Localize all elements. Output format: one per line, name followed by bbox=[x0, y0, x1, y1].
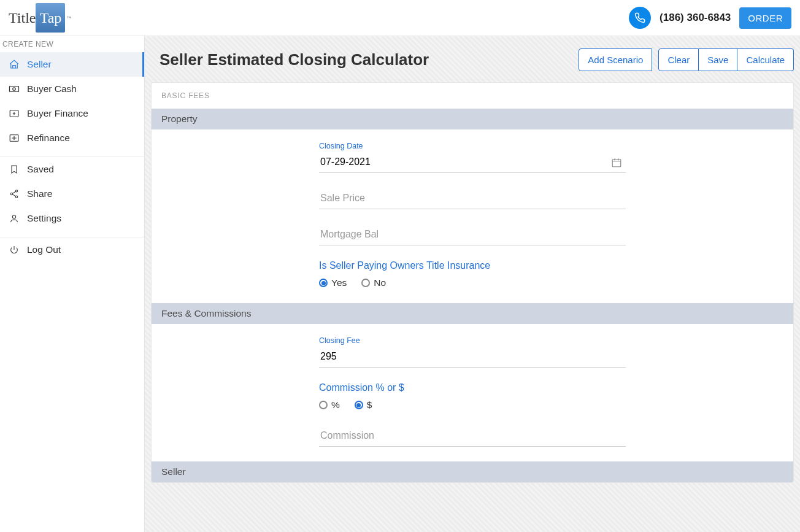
sidebar-item-label: Share bbox=[27, 188, 52, 199]
sidebar-item-refinance[interactable]: Refinance bbox=[0, 126, 144, 150]
closing-fee-input[interactable] bbox=[319, 346, 626, 368]
title-ins-yes-radio[interactable]: Yes bbox=[319, 277, 347, 288]
basic-fees-label: BASIC FEES bbox=[152, 83, 793, 109]
svg-point-1 bbox=[13, 88, 16, 91]
commission-dollar-radio[interactable]: $ bbox=[355, 399, 372, 411]
sidebar-item-label: Buyer Finance bbox=[27, 108, 88, 119]
calculator-card: BASIC FEES Property Closing Date bbox=[151, 82, 794, 483]
sidebar-item-saved[interactable]: Saved bbox=[0, 157, 144, 182]
clear-button[interactable]: Clear bbox=[658, 48, 699, 71]
app-header: Title Tap ™ (186) 360-6843 ORDER bbox=[0, 0, 800, 36]
sidebar-item-share[interactable]: Share bbox=[0, 182, 144, 206]
property-section-heading: Property bbox=[152, 109, 793, 129]
radio-label: Yes bbox=[331, 277, 347, 288]
svg-rect-8 bbox=[612, 159, 621, 166]
sidebar-item-seller[interactable]: Seller bbox=[0, 52, 144, 77]
mortgage-bal-input[interactable] bbox=[319, 224, 626, 245]
user-icon bbox=[9, 214, 20, 223]
sidebar-item-buyer-cash[interactable]: Buyer Cash bbox=[0, 77, 144, 101]
closing-date-label: Closing Date bbox=[319, 142, 626, 150]
sidebar-item-label: Buyer Cash bbox=[27, 83, 77, 94]
add-scenario-button[interactable]: Add Scenario bbox=[579, 48, 652, 71]
sidebar-item-label: Refinance bbox=[27, 133, 70, 144]
logo-text-1: Title bbox=[9, 10, 36, 26]
closing-fee-label: Closing Fee bbox=[319, 336, 626, 345]
title-ins-no-radio[interactable]: No bbox=[361, 277, 386, 288]
sale-price-input[interactable] bbox=[319, 188, 626, 209]
radio-selected-icon bbox=[319, 279, 328, 287]
fees-section-heading: Fees & Commissions bbox=[152, 303, 793, 324]
svg-point-7 bbox=[12, 215, 15, 218]
cash-icon bbox=[9, 83, 20, 94]
radio-label: $ bbox=[367, 399, 372, 411]
calculate-button[interactable]: Calculate bbox=[737, 48, 794, 71]
radio-selected-icon bbox=[355, 401, 363, 409]
share-icon bbox=[9, 189, 20, 199]
svg-rect-0 bbox=[10, 87, 19, 92]
bookmark-icon bbox=[9, 164, 20, 174]
header-right: (186) 360-6843 ORDER bbox=[629, 7, 791, 29]
sidebar-item-logout[interactable]: Log Out bbox=[0, 237, 144, 262]
page-title: Seller Estimated Closing Calculator bbox=[160, 50, 429, 69]
commission-type-question: Commission % or $ bbox=[319, 382, 626, 393]
order-button[interactable]: ORDER bbox=[739, 7, 791, 29]
calendar-icon[interactable] bbox=[611, 157, 622, 168]
save-button[interactable]: Save bbox=[699, 48, 737, 71]
sidebar-item-settings[interactable]: Settings bbox=[0, 206, 144, 231]
radio-label: % bbox=[331, 399, 340, 411]
logo-trademark: ™ bbox=[66, 15, 71, 21]
radio-label: No bbox=[374, 277, 386, 288]
sidebar-item-buyer-finance[interactable]: Buyer Finance bbox=[0, 101, 144, 126]
sidebar: CREATE NEW Seller Buyer Cash Buyer Finan… bbox=[0, 36, 145, 532]
sidebar-item-label: Saved bbox=[27, 164, 54, 175]
radio-unselected-icon bbox=[361, 279, 370, 287]
phone-icon[interactable] bbox=[629, 7, 651, 29]
main-content: Seller Estimated Closing Calculator Add … bbox=[145, 36, 800, 532]
power-icon bbox=[9, 245, 20, 255]
house-icon bbox=[9, 59, 20, 70]
commission-percent-radio[interactable]: % bbox=[319, 399, 340, 411]
title-insurance-question: Is Seller Paying Owners Title Insurance bbox=[319, 260, 626, 271]
phone-number[interactable]: (186) 360-6843 bbox=[660, 12, 731, 24]
sidebar-item-label: Log Out bbox=[27, 244, 61, 255]
sidebar-heading: CREATE NEW bbox=[0, 36, 144, 52]
logo[interactable]: Title Tap ™ bbox=[9, 3, 71, 33]
finance-icon bbox=[9, 108, 20, 119]
action-bar: Add Scenario Clear Save Calculate bbox=[579, 48, 794, 71]
radio-unselected-icon bbox=[319, 401, 328, 409]
sidebar-item-label: Settings bbox=[27, 213, 61, 224]
closing-date-input[interactable] bbox=[319, 152, 626, 173]
commission-input[interactable] bbox=[319, 425, 626, 447]
seller-section-heading: Seller bbox=[152, 461, 793, 482]
sidebar-item-label: Seller bbox=[27, 59, 52, 70]
logo-box: Tap bbox=[36, 3, 65, 33]
refinance-icon bbox=[9, 133, 20, 144]
